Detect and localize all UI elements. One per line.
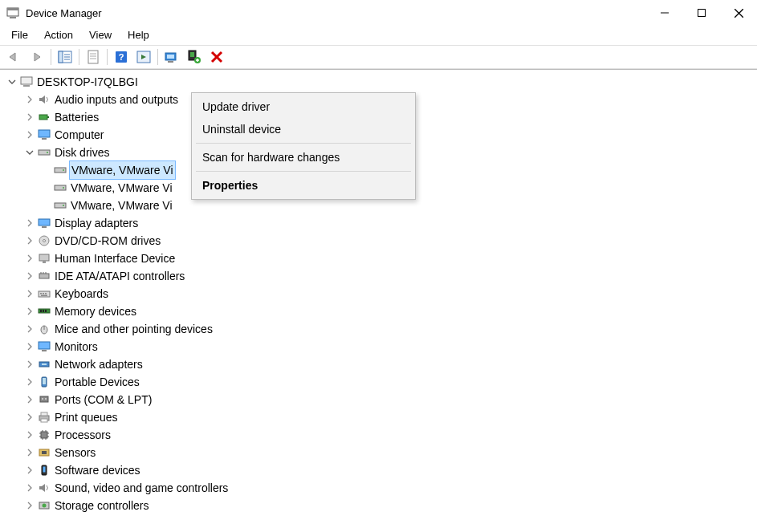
category-ports[interactable]: Ports (COM & LPT) <box>3 391 757 408</box>
chevron-right-icon[interactable] <box>24 500 35 511</box>
help-toolbar-button[interactable]: ? <box>111 47 132 67</box>
category-mice[interactable]: Mice and other pointing devices <box>3 320 757 338</box>
category-label: Software devices <box>55 461 140 479</box>
svg-rect-44 <box>42 226 47 228</box>
software-device-icon <box>37 463 51 477</box>
chevron-right-icon[interactable] <box>24 270 35 282</box>
menu-help[interactable]: Help <box>121 27 156 43</box>
svg-rect-20 <box>167 55 174 59</box>
cpu-icon <box>37 428 51 442</box>
controller-icon <box>37 269 51 283</box>
chevron-right-icon[interactable] <box>24 306 35 317</box>
category-label: Batteries <box>55 108 99 126</box>
svg-rect-21 <box>168 61 173 63</box>
show-hide-tree-button[interactable] <box>55 47 75 67</box>
category-label: Computer <box>55 126 104 144</box>
category-sound[interactable]: Sound, video and game controllers <box>3 479 757 497</box>
minimize-button[interactable] <box>646 0 683 26</box>
svg-rect-48 <box>43 261 46 263</box>
context-menu-uninstall-device[interactable]: Uninstall device <box>194 118 413 140</box>
svg-rect-88 <box>43 467 46 473</box>
category-label: Portable Devices <box>55 373 140 391</box>
chevron-right-icon[interactable] <box>24 341 35 352</box>
chevron-right-icon[interactable] <box>24 288 35 299</box>
chevron-right-icon[interactable] <box>24 447 35 458</box>
chevron-right-icon[interactable] <box>24 129 35 140</box>
uninstall-toolbar-button[interactable] <box>206 47 227 67</box>
svg-rect-74 <box>41 412 47 416</box>
category-label: IDE ATA/ATAPI controllers <box>55 267 185 285</box>
category-label: Disk drives <box>55 144 109 161</box>
close-button[interactable] <box>720 0 757 26</box>
context-menu-sep <box>196 143 411 144</box>
category-hid[interactable]: Human Interface Device <box>3 250 757 267</box>
computer-icon <box>19 75 34 89</box>
network-icon <box>37 357 51 372</box>
svg-point-36 <box>47 152 48 153</box>
context-menu-update-driver[interactable]: Update driver <box>194 95 413 118</box>
category-keyboards[interactable]: Keyboards <box>3 285 757 303</box>
category-label: Human Interface Device <box>55 250 175 267</box>
maximize-button[interactable] <box>683 0 720 26</box>
context-menu-scan-hardware[interactable]: Scan for hardware changes <box>194 146 413 169</box>
svg-rect-4 <box>698 10 706 17</box>
chevron-right-icon[interactable] <box>24 217 35 229</box>
properties-toolbar-button[interactable] <box>83 47 104 67</box>
category-display[interactable]: Display adapters <box>3 214 757 232</box>
svg-rect-75 <box>41 419 47 422</box>
context-menu-properties[interactable]: Properties <box>194 174 413 197</box>
back-button[interactable] <box>4 47 25 67</box>
chevron-down-icon[interactable] <box>24 147 35 158</box>
category-processors[interactable]: Processors <box>3 426 757 444</box>
category-dvd[interactable]: DVD/CD-ROM drives <box>3 232 757 250</box>
menu-action[interactable]: Action <box>38 27 79 43</box>
memory-icon <box>37 304 51 319</box>
action-toolbar-button[interactable] <box>133 47 154 67</box>
category-label: Audio inputs and outputs <box>55 91 178 108</box>
category-memory[interactable]: Memory devices <box>3 303 757 320</box>
hid-icon <box>37 251 51 266</box>
chevron-down-icon[interactable] <box>6 76 18 87</box>
chevron-right-icon[interactable] <box>24 235 35 246</box>
svg-rect-29 <box>21 77 32 84</box>
category-label: Keyboards <box>55 285 108 303</box>
category-ide[interactable]: IDE ATA/ATAPI controllers <box>3 267 757 285</box>
printer-icon <box>37 410 51 424</box>
svg-rect-2 <box>10 17 16 18</box>
chevron-right-icon[interactable] <box>24 412 35 423</box>
chevron-right-icon[interactable] <box>24 94 35 105</box>
svg-point-72 <box>45 398 47 400</box>
menu-file[interactable]: File <box>5 27 35 43</box>
forward-button[interactable] <box>26 47 47 67</box>
category-software[interactable]: Software devices <box>3 461 757 479</box>
category-portable[interactable]: Portable Devices <box>3 373 757 391</box>
portable-device-icon <box>37 375 51 389</box>
category-label: Sound, video and game controllers <box>55 479 228 497</box>
svg-rect-70 <box>40 396 48 402</box>
chevron-right-icon[interactable] <box>24 112 35 123</box>
monitor-icon <box>37 128 51 142</box>
chevron-right-icon[interactable] <box>24 323 35 335</box>
chevron-right-icon[interactable] <box>24 465 35 476</box>
chevron-right-icon[interactable] <box>24 376 35 388</box>
scan-hardware-toolbar-button[interactable] <box>161 47 182 67</box>
category-print-queues[interactable]: Print queues <box>3 408 757 426</box>
svg-rect-30 <box>23 85 30 87</box>
category-network[interactable]: Network adapters <box>3 355 757 373</box>
toolbar-sep <box>107 49 108 65</box>
chevron-right-icon[interactable] <box>24 253 35 264</box>
category-storage[interactable]: Storage controllers <box>3 497 757 514</box>
keyboard-icon <box>37 286 51 301</box>
toolbar-sep <box>79 49 79 65</box>
chevron-right-icon[interactable] <box>24 482 35 493</box>
category-monitors[interactable]: Monitors <box>3 338 757 355</box>
dvd-icon <box>37 234 51 248</box>
category-label: Monitors <box>55 338 98 355</box>
tree-root[interactable]: DESKTOP-I7QLBGI <box>3 73 757 91</box>
add-legacy-toolbar-button[interactable] <box>184 47 205 67</box>
chevron-right-icon[interactable] <box>24 429 35 441</box>
chevron-right-icon[interactable] <box>24 359 35 370</box>
chevron-right-icon[interactable] <box>24 394 35 405</box>
menu-view[interactable]: View <box>83 27 118 43</box>
category-sensors[interactable]: Sensors <box>3 444 757 461</box>
